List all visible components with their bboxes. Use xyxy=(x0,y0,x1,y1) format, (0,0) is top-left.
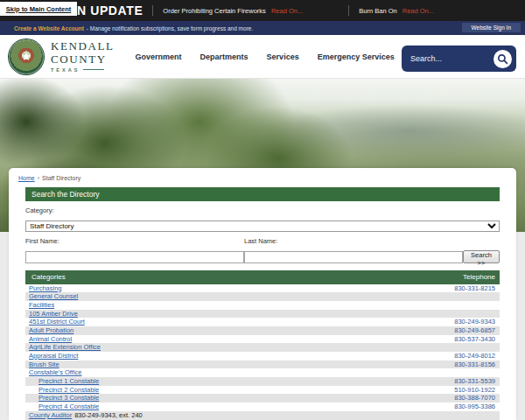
telephone-cell[interactable]: 830-331-5539 xyxy=(454,377,495,386)
directory-search-button[interactable]: Search >> xyxy=(463,250,500,263)
telephone-cell[interactable]: 830-249-6857 xyxy=(454,326,495,335)
category-link[interactable]: 105 Amber Drive xyxy=(29,310,78,318)
category-cell: Precinct 3 Constable xyxy=(29,394,99,402)
alert-burn-ban-read-on-link[interactable]: Read On... xyxy=(402,7,434,15)
table-row: Purchasing830-331-8215 xyxy=(25,284,500,293)
nav-services[interactable]: Services xyxy=(267,52,299,61)
category-cell: 105 Amber Drive xyxy=(29,310,78,318)
breadcrumb-separator: › xyxy=(38,175,39,181)
category-link[interactable]: Purchasing xyxy=(29,284,62,292)
directory-table-body: Purchasing830-331-8215General CounselFac… xyxy=(25,284,500,420)
breadcrumb-current: Staff Directory xyxy=(42,175,80,181)
category-cell: Brush Site xyxy=(29,360,60,369)
category-link[interactable]: Constable's Office xyxy=(29,368,82,376)
category-link[interactable]: Brush Site xyxy=(29,360,60,368)
directory-search-panel: Search the Directory Category: Staff Dir… xyxy=(25,187,500,263)
category-cell: General Counsel xyxy=(29,292,78,301)
search-icon xyxy=(497,53,508,65)
category-cell: 451st District Court xyxy=(29,318,85,326)
alert-burn-ban-label: Burn Ban On xyxy=(359,7,396,15)
search-input[interactable] xyxy=(410,54,482,63)
last-name-block: Last Name: xyxy=(244,232,463,263)
category-link[interactable]: Precinct 3 Constable xyxy=(38,394,99,402)
table-row: Precinct 4 Constable830-995-3386 xyxy=(25,402,500,411)
category-link[interactable]: Precinct 4 Constable xyxy=(38,402,99,410)
telephone-cell[interactable]: 830-331-8156 xyxy=(454,360,495,369)
category-link[interactable]: Facilities xyxy=(29,301,54,309)
category-link[interactable]: AgriLife Extension Office xyxy=(29,343,101,351)
category-link[interactable]: County Auditor xyxy=(29,411,72,419)
directory-table-header: Categories Telephone xyxy=(25,270,500,284)
category-link[interactable]: Precinct 2 Constable xyxy=(38,386,99,394)
telephone-column-header: Telephone xyxy=(463,273,495,281)
create-website-account-link[interactable]: Create a Website Account xyxy=(14,25,84,32)
header-search-box xyxy=(402,46,516,72)
telephone-cell[interactable]: 830-537-3430 xyxy=(454,335,495,344)
category-cell: Constable's Office xyxy=(29,368,82,377)
category-link[interactable]: Precinct 1 Constable xyxy=(38,377,99,385)
table-row: Precinct 3 Constable830-388-7070 xyxy=(25,394,500,402)
table-row: County Auditor830-249-9343, ext. 240 xyxy=(25,411,500,420)
category-link[interactable]: Appraisal District xyxy=(29,352,78,360)
category-cell: Purchasing xyxy=(29,284,62,293)
alert-fireworks-read-on-link[interactable]: Read On... xyxy=(271,7,303,15)
category-cell: Precinct 4 Constable xyxy=(29,402,99,411)
first-name-input[interactable] xyxy=(25,251,244,263)
table-row: Facilities xyxy=(25,301,500,310)
alert-separator xyxy=(348,5,349,16)
content-card: Home›Staff Directory Search the Director… xyxy=(9,168,516,420)
table-row: AgriLife Extension Office xyxy=(25,343,500,352)
categories-column-header: Categories xyxy=(32,273,66,281)
category-cell: AgriLife Extension Office xyxy=(29,343,101,352)
skip-to-main-content-link[interactable]: Skip to Main Content xyxy=(0,2,77,16)
category-cell: County Auditor830-249-9343, ext. 240 xyxy=(29,411,143,420)
account-bar: Create a Website Account - Manage notifi… xyxy=(0,21,525,35)
telephone-cell[interactable]: 830-388-7070 xyxy=(454,394,495,402)
alert-fireworks-label: Order Prohibiting Certain Fireworks xyxy=(163,7,266,15)
table-row: Precinct 1 Constable830-331-5539 xyxy=(25,377,500,386)
inline-phone-text: 830-249-9343, ext. 240 xyxy=(74,411,143,419)
table-row: Constable's Office xyxy=(25,368,500,377)
logo-tagline: TEXAS xyxy=(51,67,115,73)
website-sign-in-button[interactable]: Website Sign In xyxy=(462,23,521,32)
telephone-cell[interactable]: 830-249-9343 xyxy=(454,318,495,326)
category-cell: Adult Probation xyxy=(29,326,74,335)
telephone-cell[interactable]: 510-910-1922 xyxy=(454,386,495,395)
table-row: Animal Control830-537-3430 xyxy=(25,335,500,344)
category-cell: Animal Control xyxy=(29,335,72,344)
category-link[interactable]: Adult Probation xyxy=(29,326,74,334)
category-cell: Precinct 1 Constable xyxy=(29,377,99,386)
category-link[interactable]: General Counsel xyxy=(29,292,78,300)
kendall-county-logo[interactable]: KENDALL COUNTY TEXAS xyxy=(9,39,115,74)
nav-emergency-services[interactable]: Emergency Services xyxy=(318,52,395,61)
alert-separator xyxy=(152,5,153,16)
table-row: Adult Probation830-249-6857 xyxy=(25,326,500,335)
category-link[interactable]: Animal Control xyxy=(29,335,72,343)
last-name-input[interactable] xyxy=(244,251,463,263)
telephone-cell[interactable]: 830-995-3386 xyxy=(454,402,495,411)
category-label: Category: xyxy=(25,206,500,214)
category-cell: Precinct 2 Constable xyxy=(29,386,99,395)
category-cell: Facilities xyxy=(29,301,54,310)
table-row: General Counsel xyxy=(25,292,500,301)
table-row: Precinct 2 Constable510-910-1922 xyxy=(25,386,500,395)
alert-banner-title: N UPDATE xyxy=(77,4,143,18)
logo-name-line1: KENDALL xyxy=(51,40,115,52)
last-name-label: Last Name: xyxy=(244,237,463,245)
nav-departments[interactable]: Departments xyxy=(200,52,248,61)
telephone-cell[interactable]: 830-249-8012 xyxy=(454,352,495,360)
category-link[interactable]: 451st District Court xyxy=(29,318,85,326)
logo-text: KENDALL COUNTY TEXAS xyxy=(51,40,115,72)
search-submit-icon-button[interactable] xyxy=(494,50,512,68)
nav-government[interactable]: Government xyxy=(136,52,182,61)
breadcrumb-home-link[interactable]: Home xyxy=(18,175,35,181)
category-select[interactable]: Staff Directory xyxy=(25,220,500,232)
first-name-label: First Name: xyxy=(25,237,244,245)
table-row: Brush Site830-331-8156 xyxy=(25,360,500,369)
telephone-cell[interactable]: 830-331-8215 xyxy=(454,284,495,293)
table-row: 451st District Court830-249-9343 xyxy=(25,318,500,326)
account-bar-description: - Manage notification subscriptions, sav… xyxy=(87,25,253,32)
name-fields-row: First Name: Last Name: Search >> xyxy=(25,232,500,263)
directory-table: Categories Telephone Purchasing830-331-8… xyxy=(25,270,500,420)
breadcrumb: Home›Staff Directory xyxy=(9,175,516,182)
